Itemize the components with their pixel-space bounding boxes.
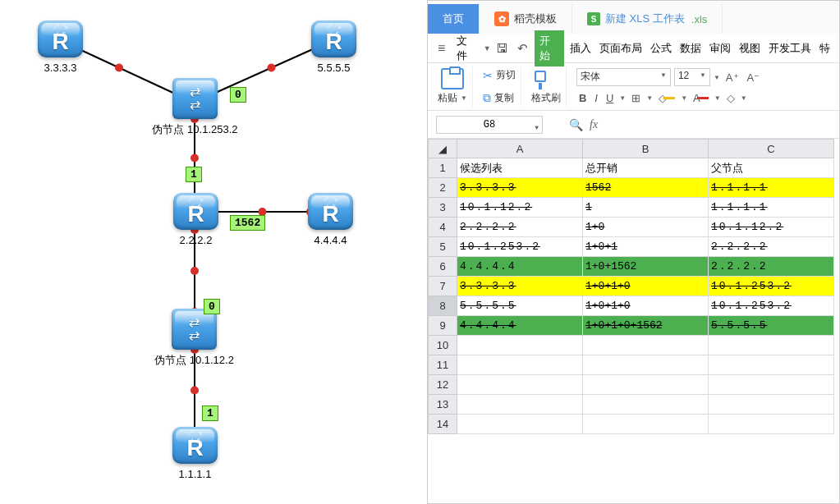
border-button[interactable]: ⊞: [629, 91, 643, 105]
cell[interactable]: 1+0+1+0+1562: [583, 316, 709, 336]
cell[interactable]: 1+0+1: [583, 237, 709, 257]
size-up-button[interactable]: A⁺: [723, 71, 741, 85]
row-header[interactable]: 8: [429, 296, 457, 316]
cell[interactable]: 10.1.253.2: [709, 277, 834, 296]
cell[interactable]: 2.2.2.2: [457, 218, 583, 237]
italic-button[interactable]: I: [592, 91, 600, 105]
undo-icon[interactable]: ↶: [514, 39, 531, 57]
chevron-down-icon[interactable]: ▼: [484, 44, 491, 53]
row-header[interactable]: 10: [429, 336, 457, 355]
cell[interactable]: [583, 415, 709, 434]
row-header[interactable]: 9: [429, 316, 457, 336]
ribbon-formula[interactable]: 公式: [648, 38, 674, 59]
cell[interactable]: 3.3.3.3: [457, 277, 583, 296]
tab-file[interactable]: S 新建 XLS 工作表.xls: [572, 4, 723, 34]
cell[interactable]: 候选列表: [457, 158, 583, 178]
size-down-button[interactable]: A⁻: [745, 71, 763, 85]
cell[interactable]: 4.4.4.4: [457, 316, 583, 336]
router-2.2.2.2[interactable]: ↗ ↘↙ ↖R2.2.2.2: [173, 193, 218, 230]
router-1.1.1.1[interactable]: ↗ ↘↙ ↖R1.1.1.1: [172, 427, 218, 464]
cell[interactable]: 1.1.1.1: [709, 178, 834, 198]
row-header[interactable]: 13: [429, 395, 457, 415]
row-header[interactable]: 7: [429, 277, 457, 296]
hamburger-icon[interactable]: ≡: [434, 41, 448, 56]
cell[interactable]: 总开销: [583, 158, 709, 178]
ribbon-devtools[interactable]: 开发工具: [766, 38, 814, 59]
cell[interactable]: [457, 355, 583, 375]
switch-node[interactable]: ⇄⇄伪节点 10.1.12.2: [172, 309, 217, 350]
cell[interactable]: 5.5.5.5: [457, 296, 583, 316]
file-menu[interactable]: 文件: [452, 30, 481, 66]
cell[interactable]: [583, 355, 709, 375]
row-header[interactable]: 14: [429, 415, 457, 434]
cell[interactable]: 1+0: [583, 218, 709, 237]
underline-button[interactable]: U: [604, 91, 616, 105]
cell[interactable]: [709, 395, 834, 415]
cell[interactable]: 3.3.3.3: [457, 178, 583, 198]
row-header[interactable]: 5: [429, 237, 457, 257]
font-select[interactable]: 宋体: [576, 68, 671, 86]
ribbon-review[interactable]: 审阅: [707, 38, 733, 59]
cell[interactable]: [709, 336, 834, 355]
row-header[interactable]: 1: [429, 158, 457, 178]
fx-icon[interactable]: fx: [590, 118, 598, 131]
cell[interactable]: [457, 415, 583, 434]
ribbon-view[interactable]: 视图: [737, 38, 763, 59]
router-5.5.5.5[interactable]: ↗ ↘↙ ↖R5.5.5.5: [311, 21, 356, 57]
cell[interactable]: 1.1.1.1: [709, 198, 834, 218]
cut-button[interactable]: ✂剪切: [483, 68, 516, 82]
cell[interactable]: [709, 355, 834, 375]
cell[interactable]: 10.1.12.2: [709, 218, 834, 237]
col-header-a[interactable]: A: [457, 140, 583, 158]
format-brush-button[interactable]: 格式刷: [531, 91, 561, 105]
cell[interactable]: 10.1.12.2: [457, 198, 583, 218]
copy-button[interactable]: ⧉复制: [483, 91, 516, 105]
cell[interactable]: 1+0+1+0: [583, 296, 709, 316]
row-header[interactable]: 3: [429, 198, 457, 218]
cell[interactable]: [709, 415, 834, 434]
cell[interactable]: 父节点: [709, 158, 834, 178]
ribbon-insert[interactable]: 插入: [567, 38, 594, 59]
cell[interactable]: [583, 395, 709, 415]
cell[interactable]: 5.5.5.5: [709, 316, 834, 336]
row-header[interactable]: 6: [429, 257, 457, 277]
cell[interactable]: 4.4.4.4: [457, 257, 583, 277]
brush-icon[interactable]: [531, 68, 549, 91]
cell[interactable]: 1+0+1+0: [583, 277, 709, 296]
row-header[interactable]: 11: [429, 355, 457, 375]
cell[interactable]: 1+0+1562: [583, 257, 709, 277]
ribbon-data[interactable]: 数据: [677, 38, 704, 59]
cell[interactable]: [457, 375, 583, 395]
search-icon[interactable]: 🔍: [569, 118, 583, 131]
cell[interactable]: 2.2.2.2: [709, 257, 834, 277]
col-header-c[interactable]: C: [709, 140, 834, 158]
ribbon-layout[interactable]: 页面布局: [597, 38, 645, 59]
paste-button[interactable]: 粘贴: [438, 91, 457, 105]
ribbon-start[interactable]: 开始: [535, 30, 564, 66]
row-header[interactable]: 2: [429, 178, 457, 198]
cell[interactable]: 10.1.253.2: [457, 237, 583, 257]
save-icon[interactable]: 🖫: [494, 39, 512, 57]
cell[interactable]: 2.2.2.2: [709, 237, 834, 257]
name-box[interactable]: G8: [436, 116, 543, 134]
cell[interactable]: 1: [583, 198, 709, 218]
paste-icon[interactable]: [441, 68, 464, 89]
col-header-b[interactable]: B: [583, 140, 709, 158]
size-select[interactable]: 12: [674, 68, 710, 86]
router-4.4.4.4[interactable]: ↗ ↘↙ ↖R4.4.4.4: [308, 193, 353, 230]
spreadsheet[interactable]: ◢ A B C 1 候选列表 总开销 父节点 23.3.3.315621.1.1…: [428, 139, 839, 434]
switch-node[interactable]: ⇄⇄伪节点 10.1.253.2: [172, 78, 218, 119]
bold-button[interactable]: B: [576, 91, 589, 105]
ribbon-extra[interactable]: 特: [817, 38, 833, 59]
cell[interactable]: [583, 375, 709, 395]
cell[interactable]: 1562: [583, 178, 709, 198]
cell[interactable]: [709, 375, 834, 395]
cell[interactable]: [583, 336, 709, 355]
eraser-button[interactable]: ◇: [724, 91, 737, 105]
select-all-corner[interactable]: ◢: [429, 140, 457, 158]
cell[interactable]: 10.1.253.2: [709, 296, 834, 316]
router-3.3.3.3[interactable]: ↗ ↘↙ ↖R3.3.3.3: [38, 21, 83, 57]
cell[interactable]: [457, 336, 583, 355]
row-header[interactable]: 12: [429, 375, 457, 395]
row-header[interactable]: 4: [429, 218, 457, 237]
